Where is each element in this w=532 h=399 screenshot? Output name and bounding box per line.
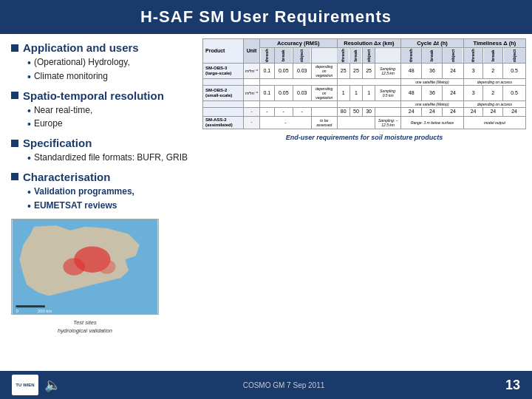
heading-spatio-text: Spatio-temporal resolution <box>23 89 164 102</box>
empty-unit <box>244 79 260 86</box>
acc-break: break <box>274 48 293 64</box>
col-header-timeliness: Timeliness Δ (h) <box>463 39 525 48</box>
map-area: 0 200 km Test sites hydrological validat… <box>11 219 188 334</box>
table-row: SM-OBS-3(large-scale) m³m⁻³ 0.1 0.05 0.0… <box>203 64 526 79</box>
sub-item-eumetsat: EUMETSAT reviews <box>27 200 188 213</box>
res-object: object <box>363 48 375 64</box>
validation-text: Validation programmes, <box>34 186 134 197</box>
europe-map: 0 200 km <box>11 219 159 315</box>
tim-b-smobs3: 2 <box>483 64 503 79</box>
res-break: break <box>349 48 362 64</box>
sub-item-europe: Europe <box>27 118 188 131</box>
cyc-o-dash: 24 <box>443 108 463 116</box>
note-access2: depending on access <box>463 101 525 108</box>
res-thresh: thresh <box>337 48 349 64</box>
tim-t-smobs2: 3 <box>463 86 483 101</box>
empty-prod2 <box>203 101 244 108</box>
realtime-text: Near real-time, <box>34 105 92 115</box>
section-characterisation: Characterisation Validation programmes, … <box>11 171 188 213</box>
footer-logo-area: TU WIEN 🔈 <box>12 375 62 395</box>
footer-event: COSMO GM 7 Sep 2011 <box>243 381 325 389</box>
res-o-dash: 30 <box>363 108 375 116</box>
empty-res2 <box>337 101 400 108</box>
cyc-b-smobs3: 36 <box>422 64 443 79</box>
res-t-smobs2: 1 <box>337 86 349 101</box>
content-area: Application and users (Operational) Hydr… <box>0 34 532 366</box>
cyc-b-smobs2: 36 <box>422 86 443 101</box>
map-label-1: Test sites <box>11 319 159 326</box>
tu-wien-logo: TU WIEN <box>12 375 38 395</box>
product-smass2: SM-ASS-2(assimilated) <box>203 116 244 129</box>
tim-break: break <box>483 48 503 64</box>
sub-item-hydrology: (Operational) Hydrology, <box>27 57 188 69</box>
acc-b-dash: - <box>274 108 293 116</box>
acc-note-col <box>311 48 337 64</box>
note-metop2: one satellite (Metop) <box>401 101 464 108</box>
heading-characterisation-text: Characterisation <box>23 171 110 183</box>
res-t-dash: 80 <box>337 108 349 116</box>
acc-t-smobs2: 0.1 <box>260 86 275 101</box>
tim-smass2: model output <box>463 116 525 129</box>
tim-b-smobs2: 2 <box>483 86 503 101</box>
res-b-smobs2: 1 <box>349 86 362 101</box>
right-panel: Product Unit Accuracy (RMS) Resolution Δ… <box>200 34 532 366</box>
cyc-smass2: Range: 3 m below surface <box>401 116 464 129</box>
table-caption: End-user requirements for soil moisture … <box>202 134 526 141</box>
unit-dash: - <box>244 108 260 116</box>
res-t-smobs3: 25 <box>337 64 349 79</box>
logo-text: TU WIEN <box>16 383 34 388</box>
requirements-table: Product Unit Accuracy (RMS) Resolution Δ… <box>202 38 526 129</box>
bullet-icon-application <box>11 44 18 52</box>
europe-text: Europe <box>34 118 63 129</box>
res-o-smobs3: 25 <box>363 64 375 79</box>
res-smass2 <box>337 116 375 129</box>
product-dash <box>203 108 244 116</box>
table-row-notes2: one satellite (Metop) depending on acces… <box>203 101 526 108</box>
map-label-text-1: Test sites <box>73 319 96 326</box>
res-note-smass2: Sampling: ~ 12.5 km <box>375 116 401 129</box>
tim-object: object <box>503 48 526 64</box>
cyc-t-smobs3: 48 <box>401 64 422 79</box>
cyc-break: break <box>422 48 443 64</box>
acc-t-smobs3: 0.1 <box>260 64 275 79</box>
product-smobs3: SM-OBS-3(large-scale) <box>203 64 244 79</box>
tim-t-dash: 24 <box>463 108 483 116</box>
cyc-thresh: thresh <box>401 48 422 64</box>
section-application: Application and users (Operational) Hydr… <box>11 41 188 83</box>
acc-thresh: thresh <box>260 48 275 64</box>
tim-o-dash: 24 <box>503 108 526 116</box>
page-number-text: 13 <box>505 378 520 392</box>
section-heading-characterisation: Characterisation <box>11 171 188 183</box>
map-container: 0 200 km Test sites hydrological validat… <box>11 219 159 334</box>
bullet-icon-specification <box>11 140 18 147</box>
product-smobs2: SM-OBS-2(small-scale) <box>203 86 244 101</box>
svg-point-3 <box>63 258 85 276</box>
res-note-smobs3: Sampling: 12.5 km <box>375 64 401 79</box>
map-label-text-2: hydrological validation <box>58 327 112 334</box>
res-o-smobs2: 1 <box>363 86 375 101</box>
section-heading-specification: Specification <box>11 137 188 149</box>
tim-thresh: thresh <box>463 48 483 64</box>
sub-item-validation: Validation programmes, <box>27 186 188 199</box>
table-row: SM-ASS-2(assimilated) - - to be assessed… <box>203 116 526 129</box>
bullet-icon-characterisation <box>11 173 18 180</box>
title-text: H-SAF SM User Requirements <box>140 7 392 26</box>
tim-o-smobs3: 0.5 <box>503 64 526 79</box>
climate-text: Climate monitoring <box>34 71 108 81</box>
col-header-unit: Unit <box>244 39 260 64</box>
col-header-cycle: Cycle Δt (h) <box>401 39 464 48</box>
slide: H-SAF SM User Requirements Application a… <box>0 0 532 399</box>
slide-title: H-SAF SM User Requirements <box>0 0 532 34</box>
sub-item-realtime: Near real-time, <box>27 105 188 117</box>
hydrology-text: (Operational) Hydrology, <box>34 57 130 67</box>
acc-object: object <box>293 48 311 64</box>
section-heading-spatio: Spatio-temporal resolution <box>11 89 188 102</box>
svg-text:200 km: 200 km <box>38 309 52 313</box>
unit-smobs2: m³m⁻³ <box>244 86 260 101</box>
map-label-2: hydrological validation <box>11 327 159 334</box>
section-specification: Specification Standardized file formats:… <box>11 137 188 165</box>
table-row: SM-OBS-2(small-scale) m³m⁻³ 0.1 0.05 0.0… <box>203 86 526 101</box>
acc-o-smobs3: 0.03 <box>293 64 311 79</box>
svg-point-4 <box>98 259 116 274</box>
cyc-o-smobs3: 24 <box>443 64 463 79</box>
